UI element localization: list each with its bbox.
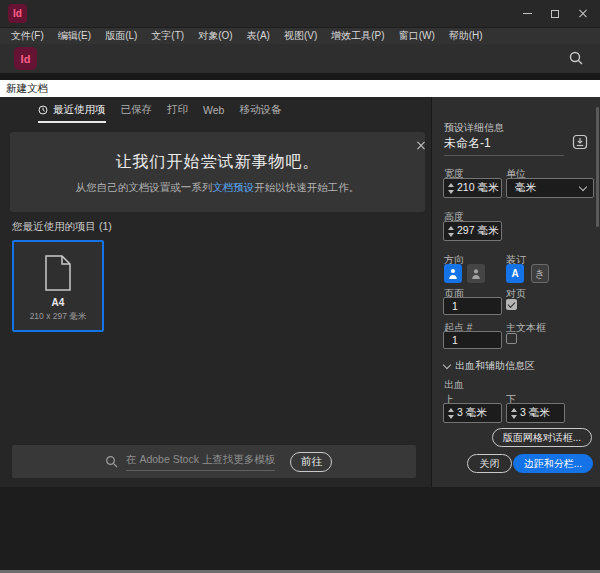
stock-search-bar: 在 Adobe Stock 上查找更多模板 前往 [12,445,416,478]
menu-type[interactable]: 文字(T) [144,29,191,43]
menu-help[interactable]: 帮助(H) [442,29,490,43]
bleed-bottom-field[interactable]: 3 毫米 [506,403,565,423]
card-dimensions: 210 x 297 毫米 [30,311,87,323]
dialog-left-pane: 最近使用项 已保存 打印 Web 移动设备 让我们开始尝试新事物吧。 从您自己的… [0,97,431,487]
indesign-logo-large: Id [14,47,37,70]
save-preset-icon[interactable] [572,134,588,154]
tab-saved[interactable]: 已保存 [121,97,153,123]
preset-details-panel: 预设详细信息 未命名-1 宽度 单位 210 毫米 毫米 高度 297 毫米 方… [431,97,600,487]
menu-window[interactable]: 窗口(W) [392,29,442,43]
tab-recent[interactable]: 最近使用项 [38,97,106,123]
stepper-icon[interactable] [444,226,457,237]
close-dialog-button[interactable]: 关闭 [467,454,512,473]
maximize-icon [551,10,559,18]
bleed-slug-section-header[interactable]: 出血和辅助信息区 [444,359,535,373]
app-bar: Id [0,44,600,73]
start-number-field[interactable]: 1 [443,331,502,349]
indesign-window: Id 文件(F) 编辑(E) 版面(L) 文字(T) 对象(O) 表(A) 视图… [0,0,600,573]
tab-mobile[interactable]: 移动设备 [239,97,281,123]
banner-title: 让我们开始尝试新事物吧。 [10,152,425,173]
binding-left-button[interactable]: A [506,264,524,283]
height-field[interactable]: 297 毫米 [443,221,502,241]
layout-grid-dialog-button[interactable]: 版面网格对话框... [492,428,592,447]
welcome-banner: 让我们开始尝试新事物吧。 从您自己的文档设置或一系列文档预设开始以快速开始工作。 [10,132,425,212]
width-field[interactable]: 210 毫米 [443,178,502,198]
banner-subtitle: 从您自己的文档设置或一系列文档预设开始以快速开始工作。 [10,181,425,195]
pages-field[interactable]: 1 [443,297,502,315]
preset-category-tabs: 最近使用项 已保存 打印 Web 移动设备 [0,97,431,123]
facing-pages-checkbox[interactable] [506,299,517,310]
recent-item-card-a4[interactable]: A4 210 x 297 毫米 [12,240,104,332]
menu-table[interactable]: 表(A) [240,29,277,43]
preset-name-underline [444,155,564,156]
stepper-icon[interactable] [507,408,520,419]
dialog-title: 新建文档 [6,82,48,96]
tab-print[interactable]: 打印 [167,97,188,123]
minimize-icon [523,13,532,14]
close-icon [578,9,588,19]
card-name: A4 [52,297,65,308]
go-button[interactable]: 前往 [290,452,332,472]
bleed-top-field[interactable]: 3 毫米 [443,403,502,423]
portrait-person-icon [447,267,459,280]
document-icon [44,255,72,291]
menu-layout[interactable]: 版面(L) [98,29,144,43]
new-document-dialog: 最近使用项 已保存 打印 Web 移动设备 让我们开始尝试新事物吧。 从您自己的… [0,97,600,487]
stepper-icon[interactable] [444,408,457,419]
tab-web[interactable]: Web [203,97,224,123]
stepper-icon[interactable] [444,183,457,194]
menu-bar: 文件(F) 编辑(E) 版面(L) 文字(T) 对象(O) 表(A) 视图(V)… [0,27,600,44]
preset-name-input[interactable]: 未命名-1 [444,135,491,152]
dialog-title-bar: 新建文档 [0,80,600,97]
bleed-label: 出血 [444,378,464,392]
chevron-down-icon [579,182,587,190]
preset-details-heading: 预设详细信息 [444,121,504,135]
window-controls [520,0,590,27]
primary-text-frame-checkbox[interactable] [506,333,517,344]
landscape-person-icon [470,267,482,280]
recent-items-heading: 您最近使用的项目 (1) [12,220,112,234]
menu-plugins[interactable]: 增效工具(P) [324,29,391,43]
maximize-button[interactable] [548,7,562,21]
menu-edit[interactable]: 编辑(E) [51,29,98,43]
menu-view[interactable]: 视图(V) [277,29,324,43]
search-icon [105,455,118,468]
unit-dropdown[interactable]: 毫米 [506,178,594,198]
chevron-down-icon [443,360,451,368]
menu-object[interactable]: 对象(O) [191,29,239,43]
document-presets-link[interactable]: 文档预设 [212,181,254,193]
binding-right-button[interactable]: き [531,264,549,283]
orientation-landscape-button[interactable] [467,264,485,283]
indesign-logo-small: Id [8,4,27,23]
panel-scrollbar[interactable] [596,107,599,227]
margins-columns-button[interactable]: 边距和分栏... [513,454,593,473]
search-icon[interactable] [568,50,584,70]
title-bar: Id [0,0,600,27]
minimize-button[interactable] [520,7,534,21]
clock-icon [38,105,48,115]
divider-strip [0,73,600,80]
orientation-portrait-button[interactable] [444,264,462,283]
stock-search-input[interactable]: 在 Adobe Stock 上查找更多模板 [126,453,275,471]
close-button[interactable] [576,7,590,21]
menu-file[interactable]: 文件(F) [4,29,51,43]
